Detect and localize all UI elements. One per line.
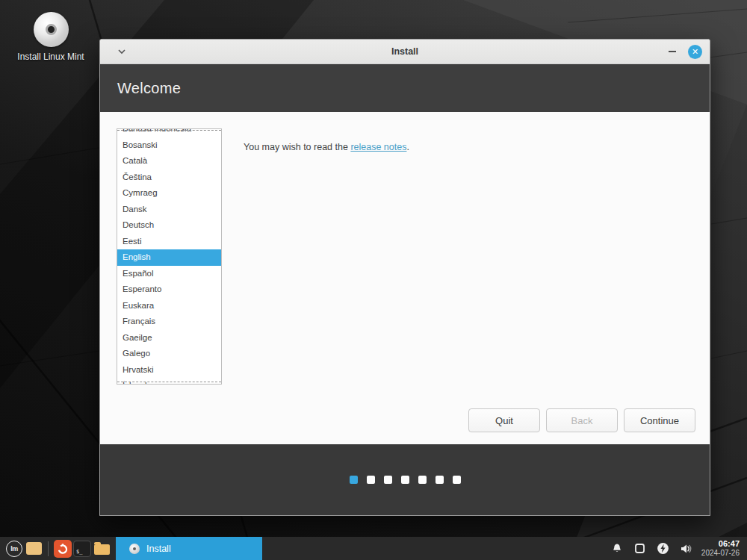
windows-list-icon[interactable] — [633, 541, 648, 556]
page-header: Welcome — [100, 64, 710, 112]
desktop: Install Linux Mint Install ✕ Welcome Bah… — [0, 0, 747, 560]
language-item[interactable]: Deutsch — [117, 217, 221, 234]
show-desktop-icon[interactable] — [24, 539, 43, 559]
language-item[interactable]: Español — [117, 266, 221, 282]
release-notes-link[interactable]: release notes — [350, 142, 406, 152]
clock-time: 06:47 — [701, 539, 740, 549]
chevron-down-icon[interactable] — [114, 43, 130, 60]
titlebar[interactable]: Install ✕ — [100, 40, 710, 64]
notifications-bell-icon[interactable] — [610, 541, 624, 556]
clock-date: 2024-07-26 — [701, 549, 740, 558]
language-item[interactable]: Čeština — [117, 169, 221, 186]
language-item[interactable]: Dansk — [117, 202, 221, 218]
progress-dot — [453, 476, 461, 484]
language-item[interactable]: Gaeilge — [117, 330, 221, 346]
system-tray — [610, 541, 694, 556]
cd-icon — [129, 544, 140, 554]
volume-icon[interactable] — [679, 541, 694, 556]
progress-dots — [350, 476, 461, 484]
language-item[interactable]: Eesti — [117, 234, 221, 250]
power-battery-icon[interactable] — [656, 541, 671, 556]
page-title: Welcome — [117, 80, 181, 97]
progress-dot — [436, 476, 444, 484]
language-item[interactable]: Galego — [117, 346, 221, 362]
language-item[interactable]: Euskara — [117, 298, 221, 314]
cd-disc-icon — [34, 12, 69, 47]
firefox-icon[interactable] — [53, 539, 72, 559]
taskbar: lm Install — [0, 537, 747, 560]
files-icon[interactable] — [92, 539, 111, 559]
language-item[interactable]: Esperanto — [117, 281, 221, 298]
task-button-label: Install — [146, 544, 171, 554]
minimize-button[interactable] — [669, 51, 676, 52]
language-item[interactable]: Cymraeg — [117, 185, 221, 202]
language-item[interactable]: English — [117, 249, 221, 266]
progress-dot — [401, 476, 409, 484]
back-button[interactable]: Back — [546, 408, 618, 432]
language-item[interactable]: Bahasa Indonesia — [117, 128, 221, 137]
progress-dot — [384, 476, 392, 484]
taskbar-window-button-install[interactable]: Install — [116, 537, 262, 560]
language-list-items: Bahasa IndonesiaBosanskiCatalàČeštinaCym… — [117, 128, 221, 385]
release-note-text: You may wish to read the release notes. — [244, 142, 409, 152]
progress-footer — [100, 444, 710, 515]
language-item[interactable]: Français — [117, 314, 221, 330]
desktop-icon-label: Install Linux Mint — [16, 52, 85, 63]
quit-button[interactable]: Quit — [468, 408, 540, 432]
terminal-icon[interactable] — [72, 539, 92, 559]
language-item[interactable]: Català — [117, 153, 221, 169]
window-title: Install — [100, 46, 710, 57]
continue-button[interactable]: Continue — [624, 408, 695, 432]
language-item[interactable]: Íslenska — [117, 378, 221, 385]
release-note-after: . — [406, 142, 409, 152]
window-content: Bahasa IndonesiaBosanskiCatalàČeštinaCym… — [100, 112, 710, 444]
clock[interactable]: 06:47 2024-07-26 — [701, 539, 740, 557]
progress-dot — [367, 476, 375, 484]
taskbar-separator — [48, 541, 49, 556]
install-window: Install ✕ Welcome Bahasa IndonesiaBosans… — [99, 39, 710, 516]
progress-dot — [418, 476, 427, 484]
release-note-before: You may wish to read the — [244, 142, 350, 152]
language-item[interactable]: Hrvatski — [117, 362, 221, 379]
close-button[interactable]: ✕ — [688, 45, 702, 59]
mint-menu-icon[interactable]: lm — [4, 539, 24, 559]
desktop-icon-install-linux-mint[interactable]: Install Linux Mint — [16, 12, 85, 63]
language-item[interactable]: Bosanski — [117, 137, 221, 154]
progress-dot — [350, 476, 358, 484]
language-list[interactable]: Bahasa IndonesiaBosanskiCatalàČeštinaCym… — [117, 128, 222, 385]
